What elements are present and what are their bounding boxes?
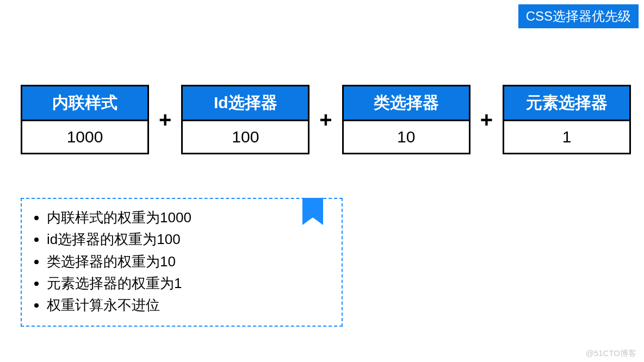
box-value: 1 xyxy=(504,121,629,153)
selector-box-inline: 内联样式 1000 xyxy=(21,85,149,154)
selector-box-class: 类选择器 10 xyxy=(342,85,470,154)
plus-icon: + xyxy=(319,108,332,132)
selector-boxes-row: 内联样式 1000 + Id选择器 100 + 类选择器 10 + 元素选择器 … xyxy=(21,85,631,154)
notes-list: 内联样式的权重为1000 id选择器的权重为100 类选择器的权重为10 元素选… xyxy=(32,207,332,316)
watermark: @51CTO博客 xyxy=(586,348,636,359)
selector-box-id: Id选择器 100 xyxy=(181,85,309,154)
note-item: 元素选择器的权重为1 xyxy=(47,272,332,294)
note-item: 内联样式的权重为1000 xyxy=(47,207,332,228)
box-value: 100 xyxy=(183,121,308,153)
selector-box-element: 元素选择器 1 xyxy=(503,85,631,154)
notes-box: 内联样式的权重为1000 id选择器的权重为100 类选择器的权重为10 元素选… xyxy=(21,198,343,327)
box-header: Id选择器 xyxy=(183,86,308,121)
box-header: 内联样式 xyxy=(22,86,147,121)
plus-icon: + xyxy=(159,108,171,132)
box-value: 1000 xyxy=(22,121,147,153)
box-header: 类选择器 xyxy=(344,86,469,121)
plus-icon: + xyxy=(480,108,493,132)
note-item: 类选择器的权重为10 xyxy=(47,251,332,272)
box-value: 10 xyxy=(344,121,469,153)
bookmark-icon xyxy=(302,198,323,225)
title-badge: CSS选择器优先级 xyxy=(518,4,639,28)
box-header: 元素选择器 xyxy=(504,86,629,121)
note-item: 权重计算永不进位 xyxy=(47,294,332,316)
note-item: id选择器的权重为100 xyxy=(47,228,332,250)
